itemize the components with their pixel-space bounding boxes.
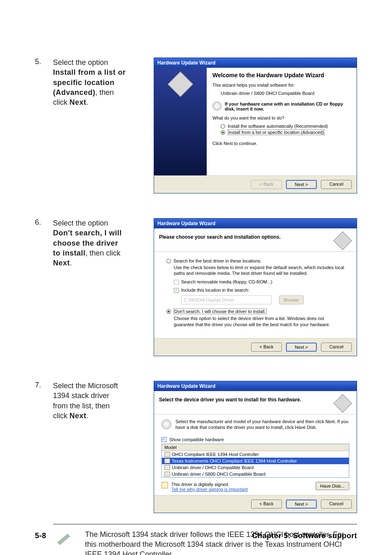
dialog-title: Hardware Update Wizard [154,58,357,68]
wizard-question: What do you want the wizard to do? [212,115,351,120]
column-model: Model [162,444,349,451]
radio-dont-search[interactable]: Don't search. I will choose the driver t… [166,309,344,314]
wizard-graphic [154,68,207,175]
search-desc: Use the check boxes below to limit or ex… [174,265,344,276]
model-list: Model OHCI Compliant IEEE 1394 Host Cont… [161,444,349,478]
back-button[interactable]: < Back [251,343,282,352]
chk-include-location: Include this location in the search: [174,287,344,293]
cancel-button[interactable]: Cancel [321,180,352,189]
disk-icon [161,419,171,429]
step-text: Select the option Install from a list or… [53,58,129,193]
wizard-intro: This wizard helps you install software f… [212,83,351,88]
page-footer: 5-8 Chapter 5: Software support [35,532,357,540]
step-text: Select the Microsoft 1394 stack driver f… [53,381,129,513]
certificate-icon [161,482,168,488]
cd-note: If your hardware came with an installati… [225,101,351,111]
next-button[interactable]: Next > [286,343,317,352]
list-item[interactable]: OHCI Compliant IEEE 1394 Host Controller [162,451,349,458]
dialog-title: Hardware Update Wizard [154,381,357,391]
radio-icon-selected [166,309,171,314]
next-button[interactable]: Next > [286,180,317,189]
device-name: Unibrain driver / S800 OHCI Compatible B… [221,91,351,96]
list-item[interactable]: Unibrain driver / OHCI Compatible Board [162,464,349,471]
radio-search-best[interactable]: Search for the best driver in these loca… [166,258,344,263]
dialog-step5: Hardware Update Wizard Welcome to the Ha… [154,58,357,193]
cancel-button[interactable]: Cancel [321,500,352,509]
step-number: 5. [35,58,53,193]
step-5: 5. Select the option Install from a list… [35,58,357,193]
radio-advanced[interactable]: Install from a list or specific location… [221,129,351,135]
next-button[interactable]: Next > [286,500,317,509]
driver-icon [164,458,170,463]
show-compatible-checkbox[interactable]: Show compatible hardware [161,436,349,442]
driver-icon [164,472,170,477]
dont-desc: Choose this option to select the device … [174,315,344,327]
dialog-heading: Please choose your search and installati… [159,233,281,240]
wizard-heading: Welcome to the Hardware Update Wizard [212,72,351,78]
instruction-text: Select the manufacturer and model of you… [175,419,349,431]
dialog-step6: Hardware Update Wizard Please choose you… [154,218,357,356]
driver-icon [164,465,170,470]
have-disk-button[interactable]: Have Disk... [316,482,349,490]
radio-icon [221,124,225,129]
back-button: < Back [251,180,282,189]
page-number: 5-8 [35,532,46,540]
radio-icon [166,259,171,263]
radio-auto[interactable]: Install the software automatically (Reco… [221,124,351,129]
dialog-step7: Hardware Update Wizard Select the device… [154,381,357,513]
chip-icon [333,394,352,412]
step-number: 6. [35,218,53,356]
signed-text: This driver is digitally signed. [171,482,248,487]
step-number: 7. [35,381,53,513]
cd-icon [212,101,221,111]
list-item[interactable]: Unibrain driver / S800 OHCI Compatible B… [162,471,349,477]
step-text: Select the option Don't search, I will c… [53,218,129,356]
step-6: 6. Select the option Don't search, I wil… [35,218,357,356]
dialog-title: Hardware Update Wizard [154,219,357,228]
driver-icon [164,452,170,457]
dialog-heading: Select the device driver you want to ins… [159,395,301,403]
back-button[interactable]: < Back [251,500,282,509]
chapter-title: Chapter 5: Software support [252,532,357,540]
cancel-button[interactable]: Cancel [321,343,352,352]
browse-button: Browse [279,295,304,304]
path-input: C:\NVIDIA Display Driver [181,295,272,304]
step-7: 7. Select the Microsoft 1394 stack drive… [35,381,357,513]
signing-link[interactable]: Tell me why driver signing is important [171,487,248,492]
checkbox-icon [161,437,166,442]
chip-icon [333,231,352,250]
list-item-selected[interactable]: Texas Instruments OHCI Compliant IEEE 13… [162,458,349,464]
chk-removable: Search removable media (floppy, CD-ROM..… [174,279,344,285]
continue-text: Click Next to continue. [212,141,351,146]
radio-icon-selected [221,130,225,135]
